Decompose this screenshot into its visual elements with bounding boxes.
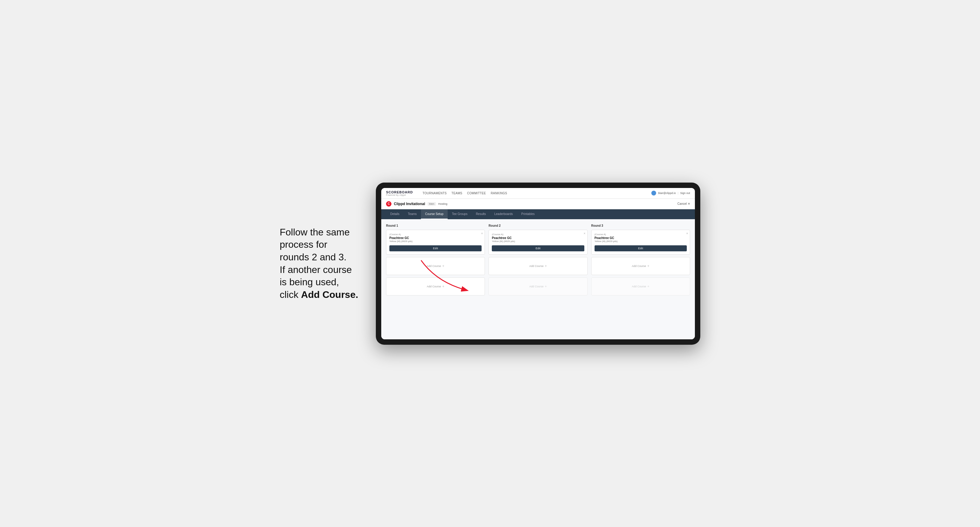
course-label-r1: (Course A)	[389, 233, 482, 236]
cancel-button[interactable]: Cancel ✕	[678, 202, 690, 205]
course-name-r2: Peachtree GC	[492, 237, 584, 240]
tab-tee-groups[interactable]: Tee Groups	[448, 209, 472, 219]
remove-course-r2-button[interactable]: ×	[584, 232, 585, 235]
edit-course-r3-button[interactable]: Edit	[595, 245, 687, 251]
plus-icon-r1-2: +	[442, 284, 444, 289]
top-nav: SCOREBOARD Powered by clippd TOURNAMENTS…	[381, 188, 695, 199]
page-wrapper: Follow the same process for rounds 2 and…	[280, 183, 700, 345]
logo-icon: C	[386, 201, 391, 206]
round-3-column: Round 3 × (Course A) Peachtree GC Yellow…	[591, 224, 690, 298]
add-course-r3-label-2: Add Course	[632, 285, 646, 288]
plus-icon-r2-2: +	[545, 284, 547, 289]
course-label-r3: (Course A)	[595, 233, 687, 236]
nav-committee[interactable]: COMMITTEE	[467, 191, 486, 195]
course-card-r3: × (Course A) Peachtree GC Yellow (M) (66…	[591, 230, 690, 255]
course-card-r2: × (Course A) Peachtree GC Yellow (M) (66…	[488, 230, 587, 255]
course-label-r2: (Course A)	[492, 233, 584, 236]
main-content: Round 1 × (Course A) Peachtree GC Yellow…	[381, 219, 695, 339]
course-details-r3: Yellow (M) (6629 yds)	[595, 240, 687, 243]
tab-printables[interactable]: Printables	[517, 209, 539, 219]
nav-right: blair@clippd.io | Sign out	[651, 190, 690, 195]
brand: SCOREBOARD Powered by clippd	[386, 190, 413, 196]
plus-icon-r3: +	[648, 264, 649, 268]
plus-icon-r3-2: +	[648, 284, 649, 289]
nav-teams[interactable]: TEAMS	[452, 191, 462, 195]
close-icon: ✕	[688, 202, 690, 205]
user-avatar	[651, 190, 656, 195]
add-course-r3-card[interactable]: Add Course +	[591, 257, 690, 275]
add-course-r1-label: Add Course	[426, 265, 441, 268]
add-course-r3-card-2: Add Course +	[591, 278, 690, 295]
tab-teams[interactable]: Teams	[404, 209, 421, 219]
hosting-badge: Hosting	[438, 202, 448, 205]
course-card-r1: × (Course A) Peachtree GC Yellow (M) (66…	[386, 230, 485, 255]
brand-sub: Powered by clippd	[386, 194, 413, 196]
plus-icon-r1: +	[442, 264, 444, 268]
tab-leaderboards[interactable]: Leaderboards	[490, 209, 517, 219]
brand-name: SCOREBOARD	[386, 190, 413, 194]
course-details-r2: Yellow (M) (6629 yds)	[492, 240, 584, 243]
add-course-r2-card[interactable]: Add Course +	[488, 257, 587, 275]
add-course-r2-card-2: Add Course +	[488, 278, 587, 295]
sign-out-link[interactable]: Sign out	[680, 192, 690, 195]
add-course-r1-card-2[interactable]: Add Course +	[386, 278, 485, 295]
round-2-title: Round 2	[488, 224, 587, 227]
round-1-title: Round 1	[386, 224, 485, 227]
round-3-title: Round 3	[591, 224, 690, 227]
round-2-column: Round 2 × (Course A) Peachtree GC Yellow…	[488, 224, 587, 298]
user-email: blair@clippd.io	[658, 192, 676, 195]
course-details-r1: Yellow (M) (6629 yds)	[389, 240, 482, 243]
remove-course-r1-button[interactable]: ×	[481, 232, 483, 235]
nav-rankings[interactable]: RANKINGS	[491, 191, 507, 195]
tab-details[interactable]: Details	[386, 209, 404, 219]
plus-icon-r2: +	[545, 264, 547, 268]
course-name-r1: Peachtree GC	[389, 237, 482, 240]
tablet-frame: SCOREBOARD Powered by clippd TOURNAMENTS…	[376, 183, 700, 345]
tablet-screen: SCOREBOARD Powered by clippd TOURNAMENTS…	[381, 188, 695, 339]
sub-header: C Clippd Invitational Men Hosting Cancel…	[381, 199, 695, 209]
remove-course-r3-button[interactable]: ×	[686, 232, 688, 235]
add-course-r3-label: Add Course	[632, 265, 646, 268]
tab-results[interactable]: Results	[472, 209, 490, 219]
tab-course-setup[interactable]: Course Setup	[421, 209, 448, 219]
round-1-column: Round 1 × (Course A) Peachtree GC Yellow…	[386, 224, 485, 298]
gender-badge: Men	[428, 202, 436, 206]
edit-course-r1-button[interactable]: Edit	[389, 245, 482, 251]
nav-tournaments[interactable]: TOURNAMENTS	[422, 191, 446, 195]
add-course-r1-label-2: Add Course	[426, 285, 441, 288]
course-name-r3: Peachtree GC	[595, 237, 687, 240]
nav-links: TOURNAMENTS TEAMS COMMITTEE RANKINGS	[422, 191, 645, 195]
sub-header-left: C Clippd Invitational Men Hosting	[386, 201, 447, 206]
add-course-r1-card[interactable]: Add Course +	[386, 257, 485, 275]
tabs-bar: Details Teams Course Setup Tee Groups Re…	[381, 209, 695, 219]
add-course-r2-label: Add Course	[529, 265, 544, 268]
edit-course-r2-button[interactable]: Edit	[492, 245, 584, 251]
add-course-r2-label-2: Add Course	[529, 285, 544, 288]
instruction-text: Follow the same process for rounds 2 and…	[280, 226, 364, 301]
tournament-name: Clippd Invitational	[394, 202, 425, 206]
rounds-grid: Round 1 × (Course A) Peachtree GC Yellow…	[386, 224, 690, 298]
